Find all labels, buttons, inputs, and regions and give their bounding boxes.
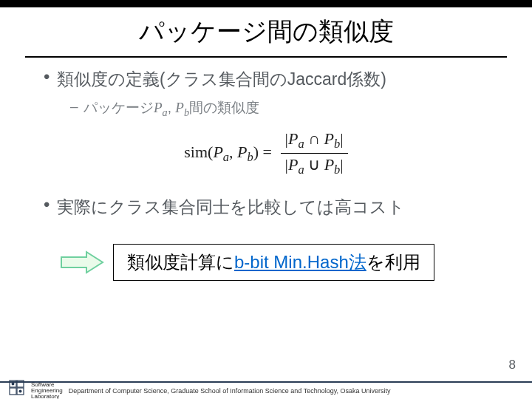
top-bar [0, 0, 532, 7]
var-Pa: P [213, 143, 222, 161]
fraction: |Pa ∩ Pb| |Pa ∪ Pb| [281, 129, 348, 178]
lab-name: Software Engineering Laboratory [31, 382, 63, 399]
var-Pb: P [237, 143, 247, 161]
footer: Software Engineering Laboratory Departme… [0, 381, 532, 399]
callout-row: 類似度計算にb-bit Min.Hash法を利用 [60, 244, 484, 281]
slide-title: パッケージ間の類似度 [15, 15, 517, 49]
numerator: |Pa ∩ Pb| [281, 129, 348, 154]
lab-line3: Laboratory [31, 394, 63, 399]
text: 類似度計算に [127, 252, 234, 272]
cap: ∩ [304, 129, 324, 148]
footer-dept: Department of Computer Science, Graduate… [69, 387, 391, 395]
fn-sim: sim [184, 143, 208, 161]
bar: | [340, 129, 343, 148]
svg-point-6 [19, 390, 22, 393]
sub-b: b [184, 106, 189, 118]
text: 類似度の定義(クラス集合間の [57, 69, 287, 89]
arrow-icon [60, 250, 106, 275]
sub-a: a [223, 150, 229, 164]
text-jaccard: Jaccard [287, 69, 347, 89]
bullet-cost: 実際にクラス集合同士を比較しては高コスト [41, 196, 491, 219]
bullet-packages: パッケージPa, Pb間の類似度 [70, 98, 491, 119]
var-Pb: P [175, 100, 184, 115]
denominator: |Pa ∪ Pb| [281, 154, 348, 177]
cup: ∪ [304, 155, 324, 174]
page-number: 8 [509, 358, 516, 372]
body: 類似度の定義(クラス集合間のJaccard係数) パッケージPa, Pb間の類似… [0, 68, 532, 281]
text: , [168, 100, 176, 115]
text: 間の類似度 [189, 100, 259, 115]
sub-a: a [298, 137, 304, 151]
lab-logo-icon [7, 378, 28, 399]
text: 実際にクラス集合同士を比較しては高コスト [57, 197, 405, 216]
minhash-link[interactable]: b-bit Min.Hash法 [234, 252, 366, 272]
rparen-eq: ) = [253, 143, 276, 161]
var-Pa: P [288, 155, 298, 174]
svg-rect-3 [10, 388, 16, 395]
text: 係数) [347, 69, 386, 89]
sub-a: a [298, 163, 304, 177]
var-Pb: P [324, 129, 334, 148]
sub-b: b [248, 150, 253, 164]
similarity-formula: sim(Pa, Pb) = |Pa ∩ Pb| |Pa ∪ Pb| [41, 129, 491, 178]
var-Pb: P [324, 155, 334, 174]
title-area: パッケージ間の類似度 [0, 7, 532, 53]
slide: パッケージ間の類似度 類似度の定義(クラス集合間のJaccard係数) パッケー… [0, 0, 532, 399]
svg-point-5 [12, 383, 15, 386]
text: を利用 [366, 252, 420, 272]
bullet-definition: 類似度の定義(クラス集合間のJaccard係数) [41, 68, 491, 91]
callout-box: 類似度計算にb-bit Min.Hash法を利用 [113, 244, 434, 281]
title-underline [25, 56, 507, 58]
text: パッケージ [83, 100, 154, 115]
bar: | [340, 155, 343, 174]
comma: , [229, 143, 237, 161]
var-Pa: P [288, 129, 298, 148]
svg-rect-2 [17, 381, 24, 387]
var-Pa: P [154, 100, 163, 115]
sub-a: a [163, 106, 168, 118]
svg-marker-0 [61, 252, 103, 273]
